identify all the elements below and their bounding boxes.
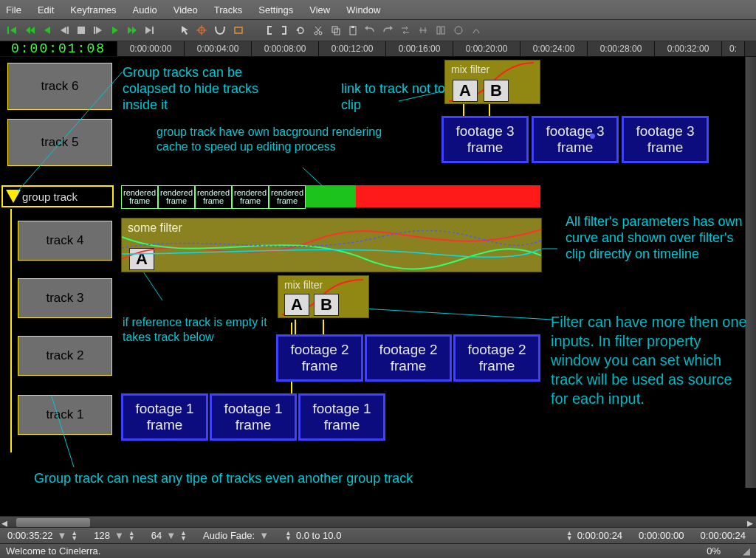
redo-icon[interactable]	[382, 26, 393, 35]
ruler-tick: 0:00:24:00	[520, 41, 588, 56]
selection-in: 0:00:00:24	[577, 530, 622, 541]
rendered-frame: rendered frame	[232, 185, 269, 209]
svg-rect-8	[94, 27, 95, 34]
svg-marker-4	[44, 27, 50, 34]
footage-clip[interactable]: footage 2 frame	[276, 334, 363, 382]
track-header[interactable]: track 6	[7, 63, 112, 110]
play-icon[interactable]	[111, 25, 120, 35]
step-back-icon[interactable]	[25, 25, 35, 35]
timeline-stage[interactable]: track 6 track 5 group track track 4 trac…	[0, 57, 756, 529]
fast-forward-icon[interactable]	[127, 25, 137, 35]
footage-clip[interactable]: footage 3 frame	[441, 116, 529, 163]
stop-icon[interactable]	[77, 26, 86, 35]
ruler-tick: 0:	[722, 41, 745, 56]
menu-edit[interactable]: Edit	[38, 4, 54, 16]
trim-icon[interactable]	[418, 25, 428, 35]
input-b-slot[interactable]: B	[314, 294, 339, 316]
selection-pos: 0:00:00:00	[639, 530, 684, 541]
scroll-thumb[interactable]	[16, 518, 90, 527]
note-inputs: Filter can have more then one inputs. In…	[551, 312, 750, 408]
svg-marker-2	[26, 27, 30, 34]
refresh-icon[interactable]	[295, 25, 306, 35]
tool2-icon[interactable]	[471, 25, 481, 35]
svg-marker-10	[112, 27, 118, 34]
input-a-slot[interactable]: A	[284, 294, 309, 316]
prev-frame-icon[interactable]	[43, 25, 52, 35]
note-link: link to track not to clip	[341, 80, 452, 113]
rendered-frame: rendered frame	[158, 185, 195, 209]
dropdown-icon[interactable]: ▼	[57, 530, 66, 541]
time-ruler[interactable]: 0:00:01:08 0:00:00:00 0:00:04:00 0:00:08…	[0, 41, 756, 57]
zoom-value: 64	[151, 530, 162, 541]
some-filter-clip[interactable]: some filter A	[121, 218, 542, 272]
group-track-header[interactable]: group track	[1, 185, 114, 207]
undo-icon[interactable]	[365, 26, 375, 35]
menu-window[interactable]: Window	[346, 4, 380, 16]
dropdown-icon[interactable]: ▼	[166, 530, 176, 541]
track-header[interactable]: track 1	[18, 395, 112, 435]
loop-icon[interactable]	[233, 25, 244, 35]
status-timecode: 0:00:35:22	[7, 530, 52, 541]
magnet-icon[interactable]	[214, 25, 226, 35]
stepper-icon[interactable]: ▲▼	[285, 531, 292, 541]
collapse-triangle-icon[interactable]	[6, 190, 21, 203]
menu-keyframes[interactable]: Keyframes	[70, 4, 116, 16]
track-header[interactable]: track 3	[18, 278, 112, 318]
track-header[interactable]: track 4	[18, 221, 112, 261]
input-b-slot[interactable]: B	[484, 80, 509, 102]
play-back-icon[interactable]	[59, 25, 69, 35]
svg-rect-34	[437, 27, 440, 34]
track-header-pane: track 6 track 5 group track track 4 trac…	[0, 57, 117, 529]
track-header[interactable]: track 5	[7, 119, 112, 166]
menu-bar: File Edit Keyframes Audio Video Tracks S…	[0, 0, 756, 20]
stepper-icon[interactable]: ▲▼	[128, 531, 135, 541]
render-progress-bar	[306, 185, 356, 207]
stepper-icon[interactable]: ▲▼	[566, 531, 573, 541]
in-point-icon[interactable]	[266, 25, 273, 35]
swap-icon[interactable]	[400, 25, 410, 35]
paste-icon[interactable]	[348, 25, 357, 35]
footage-clip[interactable]: footage 1 frame	[298, 393, 385, 441]
track-header[interactable]: track 2	[18, 336, 112, 376]
footage-clip[interactable]: footage 3 frame	[622, 116, 709, 163]
out-point-icon[interactable]	[281, 25, 288, 35]
menu-file[interactable]: File	[6, 4, 21, 16]
menu-settings[interactable]: Settings	[258, 4, 293, 16]
menu-view[interactable]: View	[309, 4, 330, 16]
svg-marker-9	[96, 27, 102, 34]
input-a-slot[interactable]: A	[453, 80, 478, 102]
resize-grip-icon[interactable]: ◢	[743, 545, 750, 557]
menu-audio[interactable]: Audio	[133, 4, 157, 16]
param-name: Audio Fade:	[203, 530, 255, 541]
crosshair-icon[interactable]	[196, 25, 207, 35]
dropdown-icon[interactable]: ▼	[114, 530, 124, 541]
note-refempty: if reference track is empty it takes tra…	[123, 315, 285, 345]
param-curves	[122, 218, 541, 272]
copy-icon[interactable]	[331, 25, 341, 35]
snap-icon[interactable]	[436, 25, 446, 35]
svg-rect-7	[78, 27, 85, 34]
tool1-icon[interactable]	[453, 25, 464, 35]
svg-point-21	[315, 32, 317, 35]
stepper-icon[interactable]: ▲▼	[180, 531, 187, 541]
footage-clip[interactable]: footage 3 frame	[532, 116, 619, 163]
cut-icon[interactable]	[313, 25, 323, 35]
note-nest: Group track can nest any tipe of tracks …	[34, 470, 551, 486]
footage-clip[interactable]: footage 1 frame	[121, 393, 208, 441]
mix-filter-clip[interactable]: mix filter A B	[444, 60, 540, 104]
footage-clip[interactable]: footage 2 frame	[453, 334, 540, 382]
vertical-scrollbar[interactable]	[745, 57, 756, 488]
dropdown-icon[interactable]: ▼	[259, 530, 269, 541]
pointer-icon[interactable]	[180, 25, 189, 35]
footage-clip[interactable]: footage 2 frame	[365, 334, 452, 382]
render-todo-bar	[356, 185, 540, 207]
menu-video[interactable]: Video	[173, 4, 198, 16]
footage-clip[interactable]: footage 1 frame	[210, 393, 297, 441]
ruler-tick: 0:00:12:00	[319, 41, 386, 56]
rewind-icon[interactable]	[7, 25, 18, 35]
menu-tracks[interactable]: Tracks	[214, 4, 243, 16]
next-frame-icon[interactable]	[93, 25, 103, 35]
to-end-icon[interactable]	[145, 25, 155, 35]
mix-filter-clip[interactable]: mix filter A B	[278, 275, 369, 318]
stepper-icon[interactable]: ▲▼	[71, 531, 78, 541]
